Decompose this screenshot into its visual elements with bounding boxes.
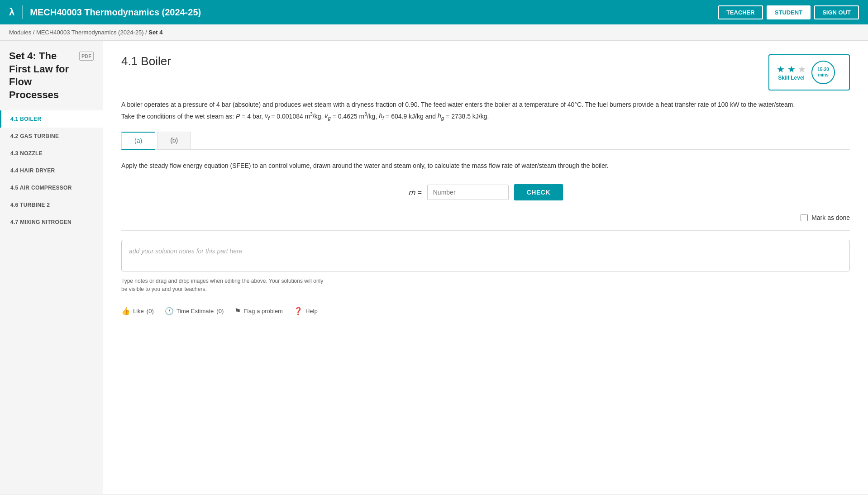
flag-label: Flag a problem [243,308,283,314]
check-button[interactable]: CHECK [514,184,563,200]
help-icon: ❓ [294,307,303,315]
skill-label: Skill Level [777,75,806,81]
time-estimate-count: (0) [216,308,224,314]
star-1: ★ [777,64,785,74]
breadcrumb-modules[interactable]: Modules [9,29,31,36]
answer-input[interactable] [427,185,509,200]
mark-done-label[interactable]: Mark as done [811,214,850,221]
header-divider [22,5,23,19]
footer-actions: 👍 Like (0) 🕐 Time Estimate (0) ⚑ Flag a … [121,302,850,315]
set-label: Set 4: [9,50,36,62]
skill-box: ★ ★ ★ Skill Level 15-20 mins [768,54,850,90]
teacher-button[interactable]: TEACHER [718,5,763,19]
thumbs-up-icon: 👍 [121,307,130,315]
like-count: (0) [147,308,154,314]
tab-b[interactable]: (b) [157,132,191,150]
notes-container[interactable]: add your solution notes for this part he… [121,240,850,271]
sidebar-item-hair-dryer[interactable]: 4.4 HAIR DRYER [0,162,103,179]
logo-icon: λ [9,6,14,18]
header: λ MECH40003 Thermodynamics (2024-25) TEA… [0,0,868,24]
sidebar-item-nozzle[interactable]: 4.3 NOZZLE [0,145,103,162]
notes-hint: Type notes or drag and drop images when … [121,277,850,293]
notes-placeholder: add your solution notes for this part he… [129,248,243,255]
sidebar-item-turbine-2[interactable]: 4.6 TURBINE 2 [0,196,103,214]
like-action[interactable]: 👍 Like (0) [121,307,154,315]
header-title: MECH40003 Thermodynamics (2024-25) [30,7,711,18]
main-content: 4.1 Boiler ★ ★ ★ Skill Level 15-20 mins [103,41,868,494]
sidebar-item-air-compressor[interactable]: 4.5 AIR COMPRESSOR [0,179,103,196]
problem-header: 4.1 Boiler ★ ★ ★ Skill Level 15-20 mins [121,54,850,90]
tabs: (a) (b) [121,132,850,150]
mark-done-checkbox[interactable] [801,214,808,221]
main-layout: Set 4: The First Law for Flow Processes … [0,41,868,494]
sidebar: Set 4: The First Law for Flow Processes … [0,41,103,494]
problem-title: 4.1 Boiler [121,54,171,68]
breadcrumb-sep1: / [33,29,36,36]
header-buttons: TEACHER STUDENT SIGN OUT [718,5,859,19]
time-estimate-label: Time Estimate [176,308,214,314]
problem-description: A boiler operates at a pressure of 4 bar… [121,100,850,123]
mark-done-row: Mark as done [121,214,850,231]
time-unit: mins [818,72,828,78]
breadcrumb: Modules / MECH40003 Thermodynamics (2024… [0,24,868,41]
skill-content: ★ ★ ★ Skill Level [777,64,806,81]
help-label: Help [305,308,318,314]
flag-icon: ⚑ [234,307,241,315]
student-button[interactable]: STUDENT [767,5,811,19]
stars: ★ ★ ★ [777,64,806,75]
tab-a[interactable]: (a) [121,132,155,150]
clock-icon: 🕐 [165,307,174,315]
question-text: Apply the steady flow energy equation (S… [121,161,850,171]
equation-label: ṁ = [408,188,422,197]
time-estimate-circle: 15-20 mins [811,61,835,84]
help-action[interactable]: ❓ Help [294,307,318,315]
sidebar-item-mixing-nitrogen[interactable]: 4.7 MIXING NITROGEN [0,214,103,231]
star-2: ★ [787,64,796,74]
breadcrumb-course[interactable]: MECH40003 Thermodynamics (2024-25) [36,29,143,36]
like-label: Like [133,308,144,314]
sidebar-title: Set 4: The First Law for Flow Processes … [0,50,103,110]
sidebar-item-boiler[interactable]: 4.1 BOILER [0,110,103,128]
pdf-icon[interactable]: PDF [79,52,94,61]
signout-button[interactable]: SIGN OUT [814,5,859,19]
breadcrumb-set: Set 4 [148,29,162,36]
time-value: 15-20 [817,67,829,72]
sidebar-title-text: Set 4: The First Law for Flow Processes [9,50,76,101]
flag-action[interactable]: ⚑ Flag a problem [234,307,283,315]
answer-row: ṁ = CHECK [121,184,850,200]
sidebar-item-gas-turbine[interactable]: 4.2 GAS TURBINE [0,128,103,145]
star-3: ★ [798,64,806,74]
time-estimate-action[interactable]: 🕐 Time Estimate (0) [165,307,224,315]
